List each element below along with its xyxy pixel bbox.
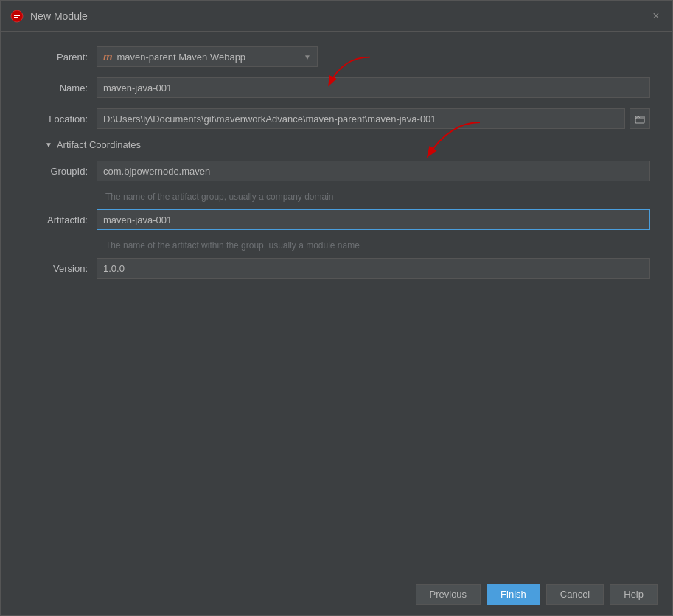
version-input[interactable] xyxy=(97,258,650,279)
previous-button[interactable]: Previous xyxy=(416,584,481,605)
groupid-row: GroupId: xyxy=(23,161,650,181)
version-row: Version: xyxy=(23,258,650,279)
name-field xyxy=(97,77,650,98)
collapse-arrow-icon[interactable]: ▼ xyxy=(45,141,52,149)
dialog-content: Parent: m maven-parent Maven Webapp ▼ Na… xyxy=(1,32,672,573)
dialog-title: New Module xyxy=(30,10,88,22)
title-bar-left: New Module xyxy=(10,9,88,24)
dialog-footer: Previous Finish Cancel Help xyxy=(1,573,672,615)
browse-button[interactable] xyxy=(630,108,650,129)
parent-dropdown[interactable]: m maven-parent Maven Webapp ▼ xyxy=(97,46,318,67)
artifactid-label: ArtifactId: xyxy=(23,214,97,225)
close-button[interactable]: × xyxy=(649,9,663,24)
version-label: Version: xyxy=(23,263,97,274)
svg-rect-2 xyxy=(14,17,18,18)
title-bar: New Module × xyxy=(1,1,672,32)
groupid-field xyxy=(97,161,650,181)
version-field xyxy=(97,258,650,279)
new-module-dialog: New Module × Parent: xyxy=(0,0,673,616)
name-row: Name: xyxy=(23,77,650,98)
artifactid-row: ArtifactId: xyxy=(23,209,650,230)
groupid-label: GroupId: xyxy=(23,166,97,177)
artifact-section-header: ▼ Artifact Coordinates xyxy=(23,139,650,150)
svg-rect-1 xyxy=(14,15,20,16)
artifactid-hint: The name of the artifact within the grou… xyxy=(23,240,650,251)
name-label: Name: xyxy=(23,83,97,94)
chevron-down-icon: ▼ xyxy=(304,53,311,61)
location-label: Location: xyxy=(23,113,97,125)
parent-row: Parent: m maven-parent Maven Webapp ▼ xyxy=(23,46,650,67)
help-button[interactable]: Help xyxy=(610,584,658,605)
artifactid-field xyxy=(97,209,650,230)
location-input[interactable] xyxy=(97,108,625,129)
groupid-input[interactable] xyxy=(97,161,650,181)
groupid-hint: The name of the artifact group, usually … xyxy=(23,192,650,202)
parent-dropdown-content: m maven-parent Maven Webapp xyxy=(103,51,304,63)
cancel-button[interactable]: Cancel xyxy=(546,584,604,605)
name-input[interactable] xyxy=(97,77,650,98)
maven-icon: m xyxy=(103,51,112,63)
artifact-section-title: Artifact Coordinates xyxy=(57,139,141,150)
finish-button[interactable]: Finish xyxy=(487,584,540,605)
parent-field: m maven-parent Maven Webapp ▼ xyxy=(97,46,650,67)
parent-label: Parent: xyxy=(23,52,97,63)
artifactid-input[interactable] xyxy=(97,209,650,230)
location-row: Location: xyxy=(23,108,650,129)
location-field-wrap xyxy=(97,108,650,129)
parent-dropdown-value: maven-parent Maven Webapp xyxy=(116,52,245,63)
module-icon xyxy=(10,9,24,24)
